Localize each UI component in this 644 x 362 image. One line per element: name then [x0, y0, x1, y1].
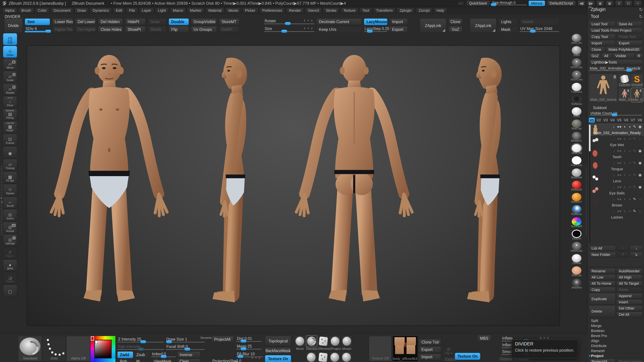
subtool-list-scrollbar[interactable]: [589, 124, 590, 243]
paste-tool-button[interactable]: Paste Tool: [616, 34, 643, 39]
subtool-row[interactable]: ↓●● ◐◑ ✎◉: [591, 220, 643, 232]
duplicate-button[interactable]: Duplicate: [589, 293, 616, 305]
del-all-button[interactable]: Del All: [616, 312, 643, 317]
menu-item[interactable]: Texture: [341, 8, 358, 13]
document-canvas[interactable]: [27, 45, 560, 326]
export-texture-button[interactable]: Export: [419, 347, 441, 353]
subtool-view-tab[interactable]: V1: [589, 117, 595, 123]
all-to-home-button[interactable]: All To Home: [589, 281, 616, 286]
new-folder-button[interactable]: New Folder: [589, 252, 616, 257]
rename-button[interactable]: Rename: [589, 268, 616, 274]
material-item[interactable]: JellyBea: [568, 279, 585, 291]
brush-preset[interactable]: ZProject: [330, 336, 340, 347]
uv-groups-button[interactable]: Uv Groups: [191, 26, 217, 33]
see-through-slider[interactable]: See-through 0: [492, 0, 527, 6]
higher-res-button[interactable]: Higher Res: [52, 26, 73, 33]
material-item[interactable]: MatCap: [568, 119, 585, 132]
mask-button[interactable]: Mask: [498, 26, 518, 33]
topological-button[interactable]: Topological: [265, 336, 291, 346]
flip-v-button[interactable]: ⇵ Flip V: [443, 346, 454, 356]
subtool-view-tab[interactable]: V6: [623, 117, 629, 123]
menu-item[interactable]: Render: [286, 8, 304, 13]
export-tool-button[interactable]: Export: [616, 40, 643, 46]
zapplink-properties-button[interactable]: ZAppLink: [470, 18, 496, 33]
material-item[interactable]: ZMetal: [568, 254, 585, 266]
all-high-button[interactable]: All High: [616, 275, 643, 280]
append-button[interactable]: Append: [616, 293, 643, 299]
size-slider[interactable]: SizeX Y Z: [264, 26, 314, 33]
imbed-slider[interactable]: Imbed 0: [151, 352, 176, 358]
projectionshell-slider[interactable]: ProjectionShell 0X Y Z: [212, 359, 262, 362]
import-texture-button[interactable]: Import: [419, 354, 441, 360]
brush-preset[interactable]: ZRemes: [318, 336, 329, 347]
subtool-row[interactable]: ↓●● ◐◑ ✎◉ Lashes: [591, 208, 643, 220]
left-shelf-button[interactable]: ● BPR: [3, 259, 17, 271]
restore-icon[interactable]: ⊡: [624, 0, 632, 6]
subtool-row[interactable]: ↓●● ◐◑ ✎◉ Tongue: [591, 160, 643, 172]
subtool-row[interactable]: ↓●● ◐◑ ✎◉ Lens: [591, 172, 643, 184]
backfacemask-button[interactable]: BackfaceMask: [265, 348, 291, 354]
brush-preset[interactable]: ZRemes: [318, 352, 328, 362]
tool-thumbnail-male-3[interactable]: 8 Male_03: [631, 88, 643, 102]
menu-item[interactable]: Layer: [139, 8, 154, 13]
flip-button[interactable]: Flip: [169, 26, 189, 33]
left-shelf-button[interactable]: ◎½ AAHalf: [3, 234, 17, 246]
close-holes-button[interactable]: Close Holes: [98, 26, 123, 33]
del-higher-button[interactable]: Del Higher: [75, 26, 96, 33]
color-picker[interactable]: [90, 336, 116, 362]
left-shelf-button[interactable]: ◎x1 Actual: [3, 222, 17, 234]
menu-item[interactable]: Material: [206, 8, 224, 13]
tool-thumbnail-male-2[interactable]: 8 Male_03: [618, 88, 630, 102]
previous-ui-icon[interactable]: ▣: [596, 0, 604, 6]
autoreorder-button[interactable]: AutoReorder: [616, 268, 643, 274]
left-shelf-button[interactable]: ◎ Zoom: [3, 209, 17, 221]
left-shelf-button[interactable]: ▱S Scale: [3, 71, 17, 83]
goz-tool-button[interactable]: GoZ: [589, 53, 601, 59]
all-low-button[interactable]: All Low: [589, 275, 616, 280]
lights-button[interactable]: Lights: [498, 18, 518, 25]
left-shelf-button[interactable]: ⇔ Scroll: [3, 197, 17, 209]
copy-subtool-button[interactable]: Copy: [589, 287, 616, 293]
left-shelf-button[interactable]: -¦- Draw: [3, 46, 17, 58]
section-header[interactable]: Remesh: [589, 349, 644, 354]
storemt-button[interactable]: StoreMT: [219, 18, 240, 25]
menu-item[interactable]: Color: [35, 8, 50, 13]
menu-item[interactable]: File: [126, 8, 138, 13]
del-hidden-button[interactable]: Del Hidden: [98, 18, 123, 25]
showpt-button[interactable]: ShowPt: [125, 26, 146, 33]
project-history-button[interactable]: Project History: [616, 359, 643, 362]
rgb-button[interactable]: Rgb: [118, 359, 133, 362]
insert-button[interactable]: Insert: [616, 299, 643, 305]
menu-item[interactable]: Stroke: [323, 8, 339, 13]
rotate-slider[interactable]: RotateX Y Z: [264, 18, 314, 25]
draw-size-slider[interactable]: Draw Size 1: [166, 337, 204, 344]
groupvisible-button[interactable]: GroupVisible: [191, 18, 217, 25]
tool-thumbnail-simplebrush[interactable]: S SimpleB: [631, 73, 643, 87]
double-toggle[interactable]: Double: [169, 18, 189, 25]
texture-thumbnail[interactable]: body_diffuse8k4: [393, 336, 418, 361]
material-item[interactable]: HSVColo: [568, 242, 585, 254]
load-tool-button[interactable]: Load Tool: [589, 21, 616, 27]
texture-on-button-2[interactable]: Texture On: [455, 353, 480, 360]
grow-button[interactable]: Grow: [148, 18, 166, 25]
menu-item[interactable]: Picker: [242, 8, 258, 13]
material-item[interactable]: Reflecte: [568, 95, 585, 107]
subtool-row[interactable]: ↓●● ◐◑ ✎◉ Teeth: [591, 148, 643, 160]
hide-left-tray-icon[interactable]: ◀▮: [578, 0, 585, 6]
smt-toggle[interactable]: Smt: [25, 18, 50, 25]
subtool-row[interactable]: ↓●● ◐◑ ✎◉ Eye Balls: [591, 184, 643, 196]
menu-item[interactable]: Transform: [373, 8, 395, 13]
default-zscript-button[interactable]: DefaultZScript: [547, 0, 576, 6]
left-shelf-button[interactable]: X Y Z ↓ Floor: [3, 96, 17, 108]
left-shelf-button[interactable]: ▱ Transp: [3, 159, 17, 171]
make-polymesh3d-button[interactable]: Make PolyMesh3D: [606, 47, 643, 52]
menu-item[interactable]: Document: [51, 8, 73, 13]
focal-shift-slider[interactable]: Focal Shift 0: [166, 344, 204, 351]
left-shelf-button[interactable]: ▱R Rotate: [3, 83, 17, 95]
left-shelf-button[interactable]: Dynamic ▤ Persp: [3, 109, 17, 120]
subtool-view-tab[interactable]: V8: [636, 117, 643, 123]
left-shelf-button[interactable]: Line Fill ▦ PolyF: [3, 121, 17, 133]
copy-tool-button[interactable]: Copy Tool: [589, 34, 616, 39]
tool-thumbnail-cylinder[interactable]: Cylinder: [618, 73, 630, 87]
material-item[interactable]: Blinn: [568, 107, 585, 119]
